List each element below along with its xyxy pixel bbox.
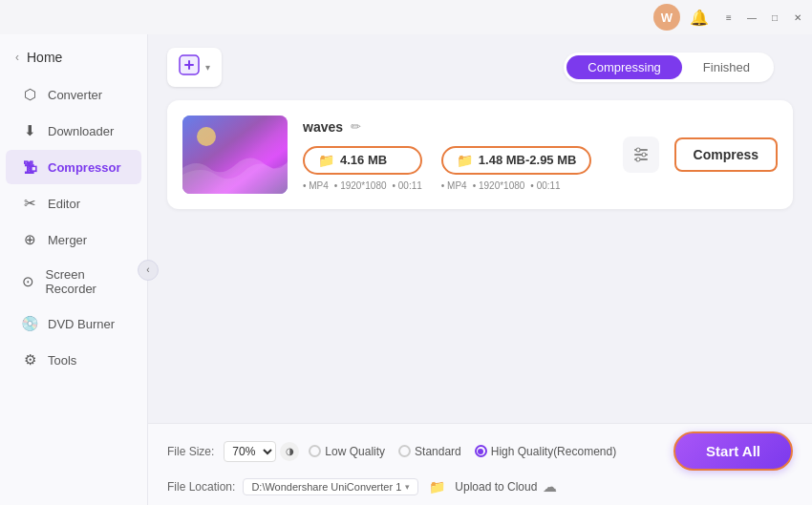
downloader-icon: ⬇ [21,122,38,139]
compressed-size-column: 📁 1.48 MB-2.95 MB MP4 1920*1080 00:11 [441,146,592,191]
close-button[interactable]: ✕ [791,11,804,24]
radio-circle-low[interactable] [309,445,321,457]
footer: File Size: 70% 50% 80% 90% ◑ Low Quality [148,423,812,505]
compressor-icon: 🗜 [21,158,38,176]
editor-icon: ✂ [21,195,38,212]
location-path[interactable]: D:\Wondershare UniConverter 1 ▾ [243,478,418,495]
tools-icon: ⚙ [21,351,38,368]
upload-cloud-button[interactable]: Upload to Cloud ☁ [455,478,557,495]
settings-button[interactable] [623,137,659,173]
radio-label-high: High Quality(Recomend) [491,445,616,458]
content-area: waves ✏ 📁 4.16 MB MP4 1920*10 [148,87,812,423]
radio-circle-high[interactable] [475,445,487,457]
notification-icon[interactable]: 🔔 [686,4,713,31]
quality-select[interactable]: 70% 50% 80% 90% [224,441,276,462]
footer-location-row: File Location: D:\Wondershare UniConvert… [167,476,793,497]
radio-label-standard: Standard [415,445,461,458]
location-chevron-icon: ▾ [405,482,410,492]
sidebar-item-screen-recorder[interactable]: ⊙ Screen Recorder [6,259,141,305]
folder-icon-original: 📁 [318,153,334,168]
radio-standard[interactable]: Standard [398,445,461,458]
sidebar-item-tools[interactable]: ⚙ Tools [6,343,141,377]
file-card: waves ✏ 📁 4.16 MB MP4 1920*10 [167,100,793,209]
sidebar-label-screen-recorder: Screen Recorder [45,267,126,296]
open-folder-button[interactable]: 📁 [426,476,447,497]
sidebar-item-editor[interactable]: ✂ Editor [6,186,141,221]
compressed-meta-resolution: 1920*1080 [473,180,525,191]
svg-point-8 [636,158,640,161]
svg-point-6 [636,148,640,152]
tab-compressing[interactable]: Compressing [566,55,682,79]
quality-select-wrapper: 70% 50% 80% 90% ◑ [224,441,299,462]
radio-label-low: Low Quality [325,445,385,458]
file-location-label: File Location: [167,480,235,494]
footer-top-row: File Size: 70% 50% 80% 90% ◑ Low Quality [167,431,793,471]
original-size-meta: MP4 1920*1080 00:11 [303,180,422,191]
original-meta-duration: 00:11 [393,180,422,191]
original-size-box: 📁 4.16 MB [303,146,422,175]
original-size-column: 📁 4.16 MB MP4 1920*1080 00:11 [303,146,422,191]
maximize-button[interactable]: □ [768,11,781,24]
compressed-meta-duration: 00:11 [530,180,560,191]
compressed-size-meta: MP4 1920*1080 00:11 [441,180,592,191]
svg-point-2 [197,127,216,146]
file-name-row: waves ✏ [303,119,608,135]
dvd-burner-icon: 💿 [21,315,38,332]
svg-point-7 [642,153,646,157]
location-path-text: D:\Wondershare UniConverter 1 [251,481,401,493]
compressed-size-value: 1.48 MB-2.95 MB [479,153,577,167]
home-label: Home [27,50,62,65]
folder-icon-compressed: 📁 [457,153,473,168]
upload-cloud-label: Upload to Cloud [455,480,537,494]
back-arrow-icon: ‹ [15,51,19,64]
sidebar-label-downloader: Downloader [48,124,114,138]
sidebar-label-tools: Tools [48,353,76,368]
sidebar-label-compressor: Compressor [48,160,121,175]
menu-icon[interactable]: ≡ [722,11,736,24]
cloud-icon: ☁ [543,478,557,495]
start-all-button[interactable]: Start All [673,431,793,471]
converter-icon: ⬡ [21,86,38,103]
radio-circle-standard[interactable] [398,445,411,457]
avatar-icon[interactable]: W [653,4,680,31]
tabs-wrapper: Compressing Finished [564,53,774,82]
app-body: ‹ Home ⬡ Converter ⬇ Downloader 🗜 Compre… [0,34,812,505]
quality-adjust-icon[interactable]: ◑ [280,442,299,461]
tab-finished[interactable]: Finished [682,55,771,79]
add-file-icon [179,54,200,80]
sidebar-item-converter[interactable]: ⬡ Converter [6,77,141,112]
add-file-button[interactable]: ▾ [167,48,222,87]
sidebar-collapse-button[interactable]: ‹ [138,260,159,281]
original-meta-format: MP4 [303,180,329,191]
minimize-button[interactable]: — [745,11,759,24]
file-name: waves [303,119,343,135]
main-header: ▾ Compressing Finished [148,34,812,87]
sidebar-label-dvd-burner: DVD Burner [48,317,115,331]
sidebar: ‹ Home ⬡ Converter ⬇ Downloader 🗜 Compre… [0,34,148,505]
sidebar-home[interactable]: ‹ Home [0,42,147,73]
compressed-meta-format: MP4 [441,180,467,191]
merger-icon: ⊕ [21,231,38,248]
sidebar-label-editor: Editor [48,197,80,211]
file-info: waves ✏ 📁 4.16 MB MP4 1920*10 [303,119,608,191]
edit-icon[interactable]: ✏ [351,119,361,134]
original-meta-resolution: 1920*1080 [334,180,387,191]
compressed-size-box: 📁 1.48 MB-2.95 MB [441,146,592,175]
screen-recorder-icon: ⊙ [21,273,35,290]
compress-button[interactable]: Compress [674,137,778,172]
original-size-value: 4.16 MB [340,153,387,167]
radio-low-quality[interactable]: Low Quality [309,445,385,458]
sidebar-item-merger[interactable]: ⊕ Merger [6,222,141,257]
sidebar-item-downloader[interactable]: ⬇ Downloader [6,114,141,148]
title-bar: W 🔔 ≡ — □ ✕ [0,0,812,34]
sidebar-label-converter: Converter [48,88,102,102]
main-content: ▾ Compressing Finished [148,34,812,505]
file-size-label: File Size: [167,445,214,458]
video-thumbnail [182,116,288,194]
file-sizes-row: 📁 4.16 MB MP4 1920*1080 00:11 [303,146,608,191]
sidebar-item-dvd-burner[interactable]: 💿 DVD Burner [6,306,141,341]
sidebar-item-compressor[interactable]: 🗜 Compressor [6,150,141,184]
sidebar-label-merger: Merger [48,233,87,247]
radio-high-quality[interactable]: High Quality(Recomend) [475,445,616,458]
add-file-chevron-icon: ▾ [205,62,210,73]
